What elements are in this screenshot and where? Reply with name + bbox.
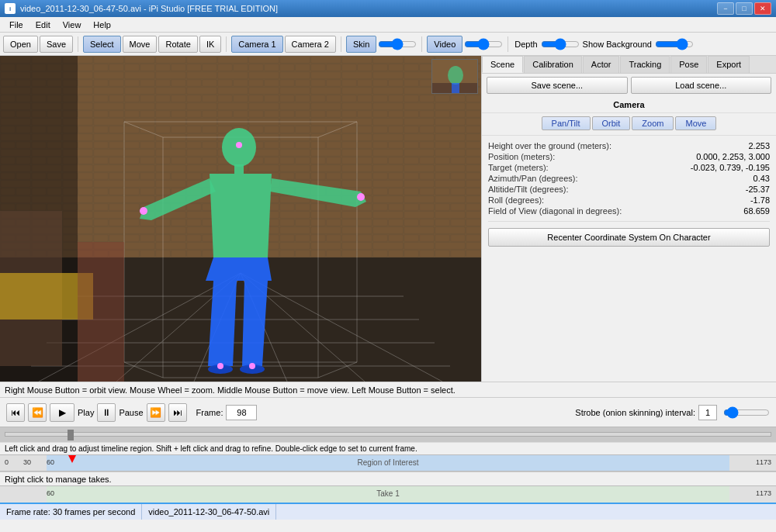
tab-export[interactable]: Export	[708, 56, 750, 73]
svg-line-24	[318, 362, 357, 378]
height-property: Height over the ground (meters): 2.253	[488, 140, 770, 151]
svg-rect-2	[0, 56, 481, 257]
tab-actor[interactable]: Actor	[583, 56, 620, 73]
roll-property: Roll (degrees): -1.78	[488, 195, 770, 206]
tab-tracking[interactable]: Tracking	[620, 56, 670, 73]
svg-rect-38	[0, 273, 93, 320]
pause-button[interactable]: ⏸	[97, 403, 116, 422]
timeline-track	[5, 432, 771, 437]
timeline-instruction: Left click and drag to adjust timeline r…	[0, 442, 776, 454]
toolbar-separator-3	[341, 36, 341, 52]
roll-label: Roll (degrees):	[488, 195, 544, 205]
skin-slider[interactable]	[378, 39, 417, 50]
tab-calibration[interactable]: Calibration	[524, 56, 582, 73]
menu-bar: File Edit View Help	[0, 17, 776, 33]
next-frame-button[interactable]: ⏩	[147, 403, 165, 422]
save-button[interactable]: Save	[40, 36, 73, 53]
move-button[interactable]: Move	[123, 36, 158, 53]
svg-point-46	[448, 66, 463, 85]
ik-button[interactable]: IK	[199, 36, 221, 53]
playback-controls: ⏮ ⏪ ▶ Play ⏸ Pause ⏩ ⏭ Frame: Strobe (on…	[0, 397, 776, 427]
svg-rect-29	[234, 164, 244, 174]
menu-file[interactable]: File	[3, 19, 29, 31]
close-button[interactable]: ✕	[754, 2, 771, 15]
camera1-button[interactable]: Camera 1	[231, 36, 282, 53]
video-slider[interactable]	[464, 39, 503, 50]
select-button[interactable]: Select	[83, 36, 121, 53]
open-button[interactable]: Open	[3, 36, 38, 53]
svg-rect-39	[78, 242, 124, 382]
depth-label: Depth	[514, 40, 537, 49]
altitude-label: Altitide/Tilt (degrees):	[488, 185, 569, 194]
timeline-end-label: 1173	[756, 458, 771, 466]
azimuth-property: Azimuth/Pan (degrees): 0.43	[488, 173, 770, 184]
bottom-status-bar: Frame rate: 30 frames per second video_2…	[0, 503, 776, 520]
orbit-button[interactable]: Orbit	[592, 116, 631, 130]
position-property: Position (meters): 0.000, 2.253, 3.000	[488, 151, 770, 162]
frame-label: Frame:	[196, 408, 223, 417]
frame-input[interactable]	[226, 405, 257, 420]
strobe-slider[interactable]	[723, 406, 770, 419]
svg-point-30	[208, 364, 233, 374]
zoom-button[interactable]: Zoom	[632, 116, 674, 130]
take-bar[interactable]: 60 Take 1 1173	[0, 485, 776, 503]
toolbar: Open Save Select Move Rotate IK Camera 1…	[0, 33, 776, 56]
take-status-bar: Right click to manage takes.	[0, 472, 776, 485]
fov-property: Field of View (diagonal in degrees): 68.…	[488, 206, 770, 216]
load-scene-button[interactable]: Load scene...	[631, 77, 772, 94]
skin-button[interactable]: Skin	[346, 36, 376, 53]
viewport[interactable]	[0, 56, 481, 382]
background-slider[interactable]	[655, 39, 694, 50]
camera2-button[interactable]: Camera 2	[285, 36, 336, 53]
rotate-button[interactable]: Rotate	[158, 36, 197, 53]
camera-nav: Pan/Tilt Orbit Zoom Move	[482, 113, 776, 133]
svg-rect-47	[452, 83, 459, 94]
filename-status: video_2011-12-30_06-47-50.avi	[142, 504, 276, 520]
window-controls[interactable]: − □ ✕	[717, 2, 771, 15]
menu-view[interactable]: View	[57, 19, 88, 31]
menu-help[interactable]: Help	[87, 19, 117, 31]
svg-rect-5	[0, 56, 481, 382]
altitude-property: Altitide/Tilt (degrees): -25.37	[488, 184, 770, 195]
region-of-interest-bar[interactable]: 0 30 60 Region of Interest 1173	[0, 454, 776, 472]
svg-point-31	[240, 364, 265, 374]
svg-point-32	[236, 142, 242, 148]
height-label: Height over the ground (meters):	[488, 141, 611, 150]
target-property: Target (meters): -0.023, 0.739, -0.195	[488, 162, 770, 173]
take-end: 1173	[756, 489, 771, 497]
toolbar-separator-2	[226, 36, 227, 52]
tab-scene[interactable]: Scene	[482, 56, 523, 73]
svg-point-33	[140, 207, 147, 215]
prev-frame-button[interactable]: ⏪	[28, 403, 47, 422]
maximize-button[interactable]: □	[736, 2, 753, 15]
status-bar: Right Mouse Button = orbit view. Mouse W…	[0, 382, 776, 397]
timeline-thumb[interactable]	[68, 430, 74, 440]
first-frame-button[interactable]: ⏮	[6, 403, 25, 422]
svg-line-11	[241, 273, 442, 382]
main-area: Scene Calibration Actor Tracking Pose Ex…	[0, 56, 776, 382]
svg-rect-1	[0, 56, 481, 257]
show-background-label: Show Background	[583, 40, 652, 49]
svg-line-23	[124, 362, 163, 378]
strobe-input[interactable]	[698, 405, 717, 420]
save-scene-button[interactable]: Save scene...	[487, 77, 628, 94]
move-camera-button[interactable]: Move	[675, 116, 716, 130]
toolbar-separator-1	[78, 36, 78, 52]
pan-tilt-button[interactable]: Pan/Tilt	[542, 116, 591, 130]
strobe-label: Strobe (onion skinning) interval:	[575, 408, 695, 417]
depth-slider[interactable]	[541, 39, 580, 50]
title-bar: i video_2011-12-30_06-47-50.avi - iPi St…	[0, 0, 776, 17]
minimize-button[interactable]: −	[717, 2, 734, 15]
timeline-outer[interactable]	[0, 427, 776, 442]
scene-actions: Save scene... Load scene...	[482, 74, 776, 97]
target-value: -0.023, 0.739, -0.195	[691, 163, 770, 172]
svg-line-9	[241, 273, 287, 382]
position-value: 0.000, 2.253, 3.000	[696, 152, 770, 161]
menu-edit[interactable]: Edit	[29, 19, 57, 31]
last-frame-button[interactable]: ⏭	[168, 403, 187, 422]
take-status-text: Right click to manage takes.	[5, 475, 112, 484]
video-button[interactable]: Video	[427, 36, 462, 53]
recenter-button[interactable]: Recenter Coordinate System On Character	[488, 228, 770, 247]
play-button[interactable]: ▶	[50, 403, 74, 422]
tab-pose[interactable]: Pose	[670, 56, 707, 73]
